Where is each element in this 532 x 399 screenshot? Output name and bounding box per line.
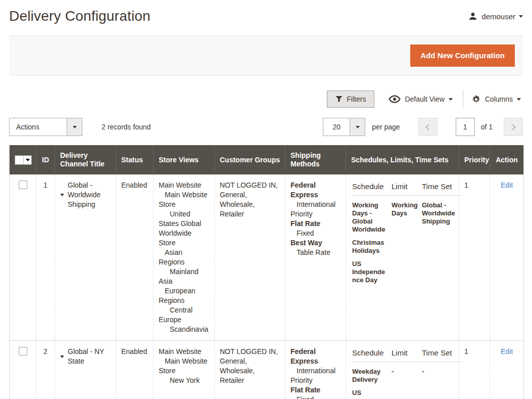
toolbar-divider	[463, 90, 463, 108]
current-page-input[interactable]	[456, 118, 475, 136]
cell-priority: 1	[459, 174, 490, 341]
schedule-value	[392, 389, 418, 397]
schedule-value	[422, 260, 461, 284]
schedules-header-rule	[352, 195, 461, 196]
store-view-line: Main Website Store	[159, 190, 209, 209]
edit-link[interactable]: Edit	[501, 347, 513, 356]
chevron-down-icon	[449, 98, 453, 101]
columns-dropdown[interactable]: Columns	[471, 95, 521, 104]
row-checkbox[interactable]	[19, 347, 27, 356]
user-icon	[468, 11, 478, 21]
actions-select-caret[interactable]	[67, 118, 82, 136]
store-view-line: Mainland Asia	[159, 267, 209, 286]
schedule-value	[422, 239, 461, 255]
row-expander-icon[interactable]	[60, 194, 64, 196]
gear-icon	[471, 95, 481, 104]
shipping-method-line: Federal Express	[291, 347, 341, 366]
store-view-line: New York	[159, 376, 209, 385]
default-view-dropdown[interactable]: Default View	[389, 95, 452, 103]
shipping-method-line: Fixed	[291, 229, 341, 238]
delivery-configuration-grid: IDDelivery Channel TitleStatusStore View…	[9, 145, 524, 399]
schedule-value: Global - Worldwide Shipping	[422, 201, 461, 234]
chevron-right-icon	[509, 124, 516, 130]
schedules-subtable: ScheduleLimitTime SetWorking Days - Glob…	[351, 181, 454, 284]
schedules-subtable: ScheduleLimitTime SetWeekday Delivery--U…	[351, 347, 454, 397]
schedule-value: US	[352, 389, 388, 397]
schedules-subheader: Schedule	[352, 348, 388, 358]
chevron-down-icon	[26, 159, 30, 161]
list-controls: Actions 2 records found 20 per page of 1	[9, 118, 523, 136]
cell-store-views: Main WebsiteMain Website StoreNew York	[154, 341, 215, 399]
row-checkbox[interactable]	[19, 181, 27, 189]
edit-link[interactable]: Edit	[501, 181, 513, 189]
shipping-method-line: International Priority	[291, 366, 341, 385]
records-found-text: 2 records found	[102, 123, 151, 131]
column-header-priority: Priority	[459, 145, 490, 174]
schedules-header-rule	[352, 362, 461, 362]
cell-status: Enabled	[116, 174, 154, 341]
column-header-status: Status	[116, 145, 154, 174]
row-expander-icon[interactable]	[60, 356, 64, 358]
cell-action: Edit	[490, 174, 524, 341]
actions-select-value: Actions	[10, 118, 67, 136]
page: Delivery Configuration demouser Add New …	[0, 0, 532, 399]
actions-select[interactable]: Actions	[9, 118, 82, 136]
store-view-line: Main Website	[159, 347, 209, 357]
filter-icon	[335, 96, 343, 103]
shipping-method-line: Federal Express	[291, 181, 341, 200]
next-page-button[interactable]	[504, 118, 523, 136]
cell-customer-groups: NOT LOGGED IN, General, Wholesale, Retai…	[215, 341, 285, 399]
schedule-value	[392, 239, 418, 255]
select-all-dropdown[interactable]	[23, 156, 31, 164]
filters-button[interactable]: Filters	[327, 91, 374, 108]
table-row: 2Global - NY StateEnabledMain WebsiteMai…	[10, 341, 524, 399]
select-all-checkbox[interactable]	[15, 156, 23, 164]
cell-shipping-methods: Federal ExpressInternational PriorityFla…	[285, 174, 346, 341]
column-header-id: ID	[36, 145, 55, 174]
schedules-subheader: Limit	[392, 182, 418, 191]
shipping-method-line: Fixed	[291, 395, 341, 399]
cell-select	[10, 174, 36, 341]
page-size-select[interactable]: 20	[323, 118, 365, 136]
page-size-value: 20	[323, 118, 350, 136]
chevron-down-icon	[73, 126, 77, 128]
chevron-down-icon	[356, 126, 360, 128]
page-actions-band: Add New Configuration	[9, 35, 523, 75]
schedules-subheader: Time Set	[422, 348, 461, 358]
schedule-value: Working Days	[392, 201, 418, 234]
previous-page-button[interactable]	[418, 118, 438, 136]
schedule-value: Christmas Holidays	[352, 239, 388, 255]
cell-action: Edit	[490, 341, 524, 399]
store-view-line: Main Website	[159, 181, 209, 190]
cell-customer-groups: NOT LOGGED IN, General, Wholesale, Retai…	[215, 174, 285, 341]
user-name: demouser	[481, 12, 515, 21]
store-view-line: European Regions	[159, 286, 209, 305]
column-header-action: Action	[490, 145, 524, 174]
column-header-schedules-limits-time-sets: Schedules, Limits, Time Sets	[346, 145, 459, 174]
grid-toolbar: Filters Default View Columns	[9, 91, 523, 108]
store-view-line: United States Global Worldwide Store	[159, 209, 209, 248]
shipping-method-line: Flat Rate	[291, 219, 341, 229]
select-all-control[interactable]	[15, 155, 32, 165]
column-header-shipping-methods: Shipping Methods	[285, 145, 346, 174]
shipping-method-line: Table Rate	[291, 248, 341, 257]
store-view-line: Main Website Store	[159, 357, 209, 376]
user-menu[interactable]: demouser	[468, 8, 523, 21]
filters-label: Filters	[347, 95, 366, 103]
columns-label: Columns	[485, 95, 513, 103]
chevron-down-icon	[517, 98, 521, 101]
eye-icon	[389, 95, 401, 103]
store-view-line: Scandinavia	[159, 325, 209, 334]
shipping-method-line: Flat Rate	[291, 385, 341, 395]
cell-id: 1	[36, 174, 55, 341]
table-row: 1Global - Worldwide ShippingEnabledMain …	[10, 174, 524, 341]
store-view-line: Central Europe	[159, 305, 209, 325]
schedules-subheader: Limit	[392, 348, 418, 358]
add-new-configuration-button[interactable]: Add New Configuration	[410, 45, 515, 67]
cell-status: Enabled	[116, 341, 154, 399]
schedule-value: Working Days - Global Worldwide	[352, 201, 388, 234]
total-pages-label: of 1	[481, 123, 493, 131]
schedule-value	[392, 260, 418, 284]
page-size-caret[interactable]	[350, 118, 365, 136]
schedule-value: -	[392, 368, 418, 384]
